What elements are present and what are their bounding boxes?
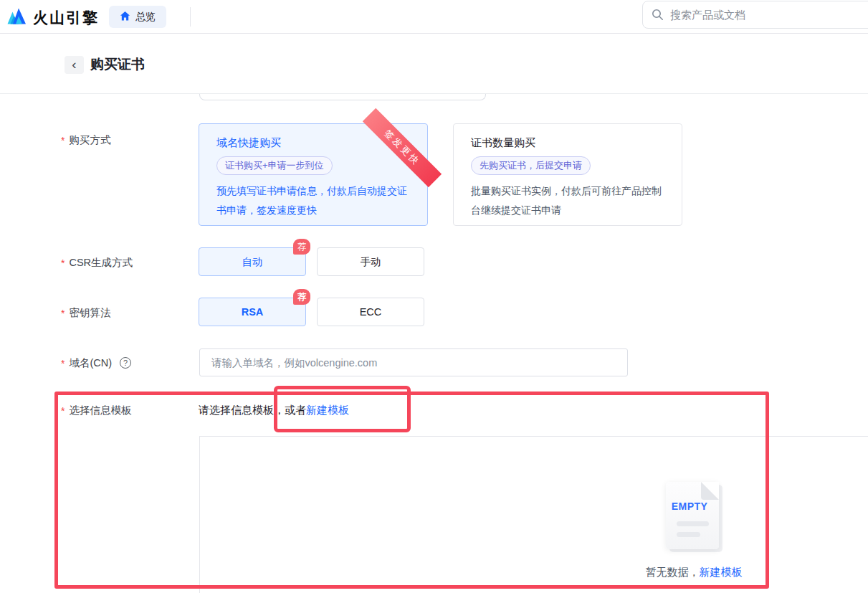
template-panel-top-border [199, 436, 868, 437]
create-template-link[interactable]: 新建模板 [306, 404, 349, 416]
purchase-option-domain-quick-buy[interactable]: 域名快捷购买 证书购买+申请一步到位 预先填写证书申请信息，付款后自动提交证书申… [199, 123, 428, 226]
empty-icon-label: EMPTY [666, 501, 713, 512]
key-option-ecc[interactable]: ECC [317, 298, 424, 326]
help-icon[interactable]: ? [120, 357, 131, 369]
card-title: 证书数量购买 [471, 136, 664, 150]
home-icon [120, 11, 130, 24]
volcano-logo-icon [7, 6, 27, 29]
buy-certificate-page: 火山引擎 总览 ‹ 购买证书 * 购买方式 域名快捷购买 证书购买+申请一步到位 [0, 0, 868, 593]
key-option-rsa[interactable]: RSA 荐 [199, 298, 306, 326]
card-description: 批量购买证书实例，付款后可前往产品控制台继续提交证书申请 [471, 181, 667, 220]
search-icon [652, 9, 664, 24]
domain-input[interactable] [199, 348, 628, 376]
chevron-left-icon: ‹ [72, 57, 76, 71]
template-hint: 请选择信息模板，或者新建模板 [199, 404, 349, 417]
topbar: 火山引擎 总览 [0, 0, 868, 34]
required-mark: * [61, 133, 65, 146]
empty-state-text: 暂无数据，新建模板 [615, 566, 773, 579]
nav-overview-button[interactable]: 总览 [109, 6, 166, 28]
required-mark: * [61, 356, 65, 369]
empty-state-icon: EMPTY [666, 482, 719, 549]
csr-method-label: * CSR生成方式 [61, 256, 133, 270]
empty-create-template-link[interactable]: 新建模板 [700, 566, 743, 578]
required-mark: * [61, 306, 65, 319]
template-panel-left-border [199, 436, 200, 593]
overview-label: 总览 [135, 11, 156, 24]
purchase-method-label: * 购买方式 [61, 133, 110, 147]
csr-option-manual[interactable]: 手动 [317, 247, 424, 276]
key-algorithm-label: * 密钥算法 [61, 306, 110, 320]
recommended-badge: 荐 [293, 289, 310, 305]
purchase-option-quantity-buy[interactable]: 证书数量购买 先购买证书，后提交申请 批量购买证书实例，付款后可前往产品控制台继… [453, 123, 682, 226]
card-tag: 证书购买+申请一步到位 [216, 156, 333, 175]
volcengine-logo[interactable]: 火山引擎 [7, 6, 99, 29]
recommended-badge: 荐 [293, 239, 310, 255]
card-description: 预先填写证书申请信息，付款后自动提交证书申请，签发速度更快 [216, 181, 413, 220]
required-mark: * [61, 404, 65, 417]
brand-name: 火山引擎 [33, 8, 99, 28]
search-input[interactable] [642, 1, 868, 29]
domain-label: * 域名(CN) ? [61, 356, 131, 370]
page-title: 购买证书 [90, 55, 145, 74]
page-header: ‹ 购买证书 [0, 34, 868, 94]
global-search [642, 1, 868, 29]
csr-option-auto[interactable]: 自动 荐 [199, 247, 306, 276]
template-label: * 选择信息模板 [61, 404, 131, 417]
card-tag: 先购买证书，后提交申请 [471, 156, 591, 175]
annotation-box-large [54, 392, 769, 589]
back-button[interactable]: ‹ [65, 56, 84, 74]
topbar-divider [190, 7, 191, 27]
required-mark: * [61, 256, 65, 269]
